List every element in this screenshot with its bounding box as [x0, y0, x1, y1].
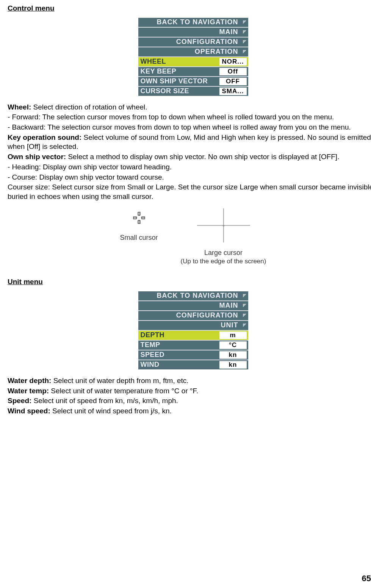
- section-heading-control: Control menu: [8, 4, 371, 13]
- menu-item-value: OFF: [219, 78, 247, 85]
- menu-item-speed: SPEED kn: [138, 350, 248, 360]
- submenu-icon: [243, 40, 247, 44]
- body-text: Water temp: Select unit of water tempera…: [8, 386, 371, 396]
- unit-menu-screenshot: BACK TO NAVIGATION MAIN CONFIGURATION UN…: [138, 291, 248, 369]
- menu-nav-label: UNIT: [141, 321, 241, 330]
- term-wind: Wind speed:: [8, 407, 50, 415]
- body-text: Own ship vector: Select a method to disp…: [8, 152, 371, 162]
- menu-item-value: SMA...: [219, 88, 247, 95]
- menu-nav-row: CONFIGURATION: [138, 38, 248, 47]
- body-text: Speed: Select unit of speed from kn, m/s…: [8, 396, 371, 406]
- menu-item-value: m: [219, 332, 247, 339]
- menu-nav-row: BACK TO NAVIGATION: [138, 18, 248, 28]
- text: Select direction of rotation of wheel.: [31, 103, 147, 111]
- body-text: Water depth: Select unit of water depth …: [8, 376, 371, 386]
- submenu-icon: [243, 50, 247, 54]
- large-cursor-caption: Large cursor: [181, 249, 266, 257]
- menu-nav-row: MAIN: [138, 28, 248, 38]
- body-text: Wind speed: Select unit of wind speed fr…: [8, 407, 371, 416]
- menu-nav-row: CONFIGURATION: [138, 311, 248, 321]
- menu-item-label: CURSOR SIZE: [141, 87, 219, 95]
- menu-item-label: OWN SHIP VECTOR: [141, 77, 219, 86]
- menu-nav-label: CONFIGURATION: [141, 38, 241, 46]
- term-wheel: Wheel:: [8, 103, 31, 111]
- menu-item-label: WHEEL: [141, 57, 219, 66]
- page-number: 65: [362, 573, 371, 584]
- cursor-size-figure: Small cursor + Large cursor (Up to the e…: [8, 208, 371, 266]
- menu-item-label: DEPTH: [141, 331, 219, 339]
- menu-nav-label: MAIN: [141, 28, 241, 36]
- menu-item-value: NOR...: [219, 58, 247, 66]
- body-text: Courser size: Select cursor size from Sm…: [8, 183, 371, 201]
- body-text: Key operation sound: Select volume of so…: [8, 133, 371, 152]
- submenu-icon: [243, 30, 247, 34]
- term-speed: Speed:: [8, 397, 31, 405]
- menu-item-value: Off: [219, 68, 247, 75]
- menu-item-label: KEY BEEP: [141, 67, 219, 76]
- term-depth: Water depth:: [8, 377, 51, 385]
- large-cursor-icon: +: [197, 208, 250, 242]
- menu-nav-label: BACK TO NAVIGATION: [141, 18, 241, 27]
- section-heading-unit: Unit menu: [8, 277, 371, 287]
- menu-nav-label: BACK TO NAVIGATION: [141, 291, 241, 300]
- menu-item-value: kn: [219, 351, 247, 359]
- menu-nav-row: OPERATION: [138, 47, 248, 57]
- body-text: - Forward: The selection cursor moves fr…: [8, 113, 371, 122]
- submenu-icon: [243, 314, 247, 317]
- term-osv: Own ship vector:: [8, 153, 66, 161]
- menu-item-wind: WIND kn: [138, 360, 248, 369]
- menu-item-value: kn: [219, 361, 247, 369]
- menu-nav-row: UNIT: [138, 321, 248, 331]
- submenu-icon: [243, 20, 247, 24]
- menu-item-label: SPEED: [141, 350, 219, 359]
- body-text: - Backward: The selection cursor moves f…: [8, 123, 371, 132]
- menu-item-temp: TEMP °C: [138, 341, 248, 350]
- term-keybeep: Key operation sound:: [8, 133, 81, 141]
- menu-item-value: °C: [219, 341, 247, 349]
- menu-item-keybeep: KEY BEEP Off: [138, 67, 248, 77]
- text: Select unit of water depth from m, ftm, …: [51, 377, 188, 385]
- menu-item-depth: DEPTH m: [138, 331, 248, 341]
- small-cursor-col: Small cursor: [120, 208, 158, 242]
- menu-item-label: TEMP: [141, 341, 219, 349]
- body-text: - Course: Display own ship vector toward…: [8, 173, 371, 182]
- text: Select unit of speed from kn, m/s, km/h,…: [31, 397, 178, 405]
- text: Select unit of wind speed from j/s, kn.: [50, 407, 172, 415]
- body-text: Wheel: Select direction of rotation of w…: [8, 103, 371, 112]
- menu-item-wheel: WHEEL NOR...: [138, 57, 248, 67]
- menu-nav-label: CONFIGURATION: [141, 311, 241, 320]
- submenu-icon: [243, 294, 247, 298]
- large-cursor-col: + Large cursor (Up to the edge of the sc…: [181, 208, 266, 266]
- large-cursor-subcaption: (Up to the edge of the screen): [181, 257, 266, 266]
- svg-text:+: +: [222, 224, 225, 228]
- text: Select a method to display own ship vect…: [66, 153, 339, 161]
- menu-nav-row: MAIN: [138, 301, 248, 311]
- menu-nav-label: MAIN: [141, 301, 241, 310]
- submenu-icon: [243, 304, 247, 308]
- submenu-icon: [243, 324, 247, 327]
- control-menu-screenshot: BACK TO NAVIGATION MAIN CONFIGURATION OP…: [138, 18, 248, 96]
- small-cursor-icon: [130, 208, 149, 227]
- menu-nav-row: BACK TO NAVIGATION: [138, 291, 248, 301]
- menu-item-label: WIND: [141, 360, 219, 369]
- small-cursor-caption: Small cursor: [120, 233, 158, 242]
- body-text: - Heading: Display own ship vector towar…: [8, 163, 371, 172]
- menu-item-cursorsize: CURSOR SIZE SMA...: [138, 87, 248, 96]
- text: Select unit of water temperature from °C…: [49, 387, 198, 395]
- term-temp: Water temp:: [8, 387, 49, 395]
- menu-item-ownshipvector: OWN SHIP VECTOR OFF: [138, 77, 248, 87]
- menu-nav-label: OPERATION: [141, 47, 241, 56]
